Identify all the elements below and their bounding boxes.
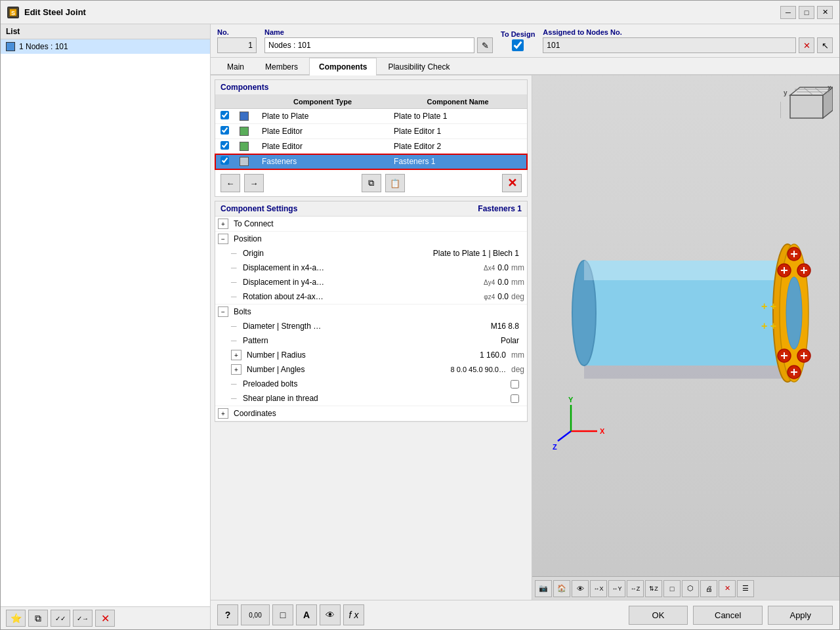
copy-item-button[interactable]: ⧉: [28, 610, 48, 627]
to-connect-row[interactable]: + To Connect: [215, 217, 527, 231]
copy-comp-button[interactable]: ⧉: [362, 174, 381, 192]
rotation-row: ─ Rotation about z4-ax… φz4 0.0 deg: [215, 289, 527, 304]
number-angles-row[interactable]: + Number | Angles 8 0.0 45.0 90.0… deg: [215, 362, 527, 377]
number-angles-unit: deg: [511, 365, 524, 374]
help-button[interactable]: ?: [217, 604, 238, 625]
to-design-checkbox[interactable]: [512, 39, 524, 51]
delete-item-button[interactable]: ✕: [95, 610, 115, 627]
edit-name-button[interactable]: ✎: [477, 37, 493, 53]
svg-text:x: x: [828, 84, 831, 91]
scene-3d: y x: [532, 75, 839, 576]
3d-scene-svg: + + + + X Y Z: [545, 169, 827, 484]
vp-btn-1[interactable]: 📷: [535, 580, 552, 597]
bolts-toggle[interactable]: −: [218, 306, 228, 317]
svg-text:Y: Y: [568, 396, 574, 404]
preloaded-checkbox[interactable]: [511, 380, 519, 388]
table-row[interactable]: Plate Editor Plate Editor 1: [215, 124, 527, 139]
vp-btn-5[interactable]: ↔Y: [608, 580, 625, 597]
row4-type: Fasteners: [257, 154, 388, 169]
disp-x-unit: mm: [511, 263, 524, 272]
table-row[interactable]: Plate to Plate Plate to Plate 1: [215, 109, 527, 124]
title-bar: S Edit Steel Joint ─ □ ✕: [1, 1, 839, 24]
ok-button[interactable]: OK: [629, 606, 688, 625]
number-radius-row[interactable]: + Number | Radius 1 160.0 mm: [215, 348, 527, 362]
settings-header: Component Settings Fasteners 1: [215, 201, 527, 217]
row1-checkbox[interactable]: [220, 111, 229, 119]
name-label: Name: [264, 28, 493, 36]
main-window: S Edit Steel Joint ─ □ ✕ List 1 Nodes : …: [0, 0, 840, 630]
vp-btn-2[interactable]: 🏠: [553, 580, 570, 597]
vp-btn-6[interactable]: ↔Z: [627, 580, 644, 597]
minimize-button[interactable]: ─: [780, 6, 796, 19]
pick-node-button[interactable]: ↖: [817, 37, 833, 53]
coordinates-group: + Coordinates: [215, 406, 527, 421]
check-check-button[interactable]: ✓✓: [51, 610, 70, 627]
square-button[interactable]: □: [272, 604, 293, 625]
svg-text:+ +: + +: [761, 301, 776, 312]
vp-btn-12[interactable]: ☰: [737, 580, 754, 597]
check-arrow-button[interactable]: ✓→: [73, 610, 93, 627]
number-radius-toggle[interactable]: +: [231, 350, 242, 360]
position-toggle[interactable]: −: [218, 234, 228, 244]
maximize-button[interactable]: □: [799, 6, 814, 19]
coordinates-row[interactable]: + Coordinates: [215, 406, 527, 421]
origin-row: ─ Origin Plate to Plate 1 | Blech 1: [215, 246, 527, 261]
svg-rect-16: [584, 366, 794, 379]
row4-checkbox[interactable]: [220, 156, 229, 165]
position-row[interactable]: − Position: [215, 232, 527, 246]
shear-plane-checkbox[interactable]: [511, 394, 519, 403]
vp-btn-4[interactable]: ↔X: [590, 580, 607, 597]
vp-btn-11[interactable]: ✕: [719, 580, 736, 597]
bottom-left: ? 0,00 □ A 👁 f x: [217, 604, 364, 625]
vp-btn-10[interactable]: 🖨: [700, 580, 717, 597]
svg-line-44: [558, 431, 571, 441]
settings-section: Component Settings Fasteners 1 + To Conn…: [215, 201, 528, 422]
row4-name: Fasteners 1: [388, 154, 527, 169]
cancel-button[interactable]: Cancel: [693, 606, 763, 625]
close-button[interactable]: ✕: [817, 6, 833, 19]
eye-button[interactable]: 👁: [320, 604, 341, 625]
move-right-button[interactable]: →: [244, 174, 264, 192]
svg-text:+ +: + +: [761, 320, 776, 331]
vp-btn-8[interactable]: □: [663, 580, 681, 597]
assigned-field[interactable]: [543, 37, 796, 53]
table-row[interactable]: Plate Editor Plate Editor 2: [215, 139, 527, 154]
number-angles-toggle[interactable]: +: [231, 364, 242, 375]
tab-plausibility[interactable]: Plausibility Check: [378, 58, 459, 75]
row2-checkbox[interactable]: [220, 126, 229, 135]
bolts-row[interactable]: − Bolts: [215, 304, 527, 319]
left-panel: List 1 Nodes : 101 ⭐ ⧉ ✓✓ ✓→ ✕: [1, 24, 211, 629]
apply-button[interactable]: Apply: [768, 606, 833, 625]
settings-title: Component Settings: [220, 204, 297, 213]
vp-btn-3[interactable]: 👁: [572, 580, 589, 597]
fx-button[interactable]: f x: [343, 604, 364, 625]
clear-assigned-button[interactable]: ✕: [799, 37, 814, 53]
delete-comp-button[interactable]: ✕: [502, 174, 522, 192]
preloaded-row: ─ Preloaded bolts: [215, 377, 527, 391]
disp-x-symbol: Δx4: [484, 264, 495, 272]
disp-y-value: 0.0: [497, 278, 509, 287]
table-row[interactable]: Fasteners Fasteners 1: [215, 154, 527, 169]
list-item[interactable]: 1 Nodes : 101: [1, 39, 210, 54]
add-item-button[interactable]: ⭐: [6, 610, 26, 627]
list-content: 1 Nodes : 101: [1, 39, 210, 606]
vp-btn-9[interactable]: ⬡: [682, 580, 699, 597]
rotation-label: Rotation about z4-ax…: [240, 292, 481, 301]
num-button[interactable]: 0,00: [241, 604, 270, 625]
tab-members[interactable]: Members: [255, 58, 308, 75]
vp-btn-7[interactable]: ⇅Z: [645, 580, 662, 597]
rotation-value: 0.0: [497, 292, 509, 301]
move-left-button[interactable]: ←: [220, 174, 240, 192]
tab-main[interactable]: Main: [217, 58, 254, 75]
coordinates-toggle[interactable]: +: [218, 408, 228, 419]
to-connect-toggle[interactable]: +: [218, 219, 228, 229]
tab-components[interactable]: Components: [309, 58, 377, 75]
cube-nav[interactable]: y x: [780, 82, 833, 135]
row3-checkbox[interactable]: [220, 141, 229, 150]
list-item-label: 1 Nodes : 101: [19, 42, 68, 51]
no-field[interactable]: [217, 37, 257, 53]
coordinates-label: Coordinates: [231, 409, 524, 418]
name-field[interactable]: [264, 37, 474, 53]
text-button[interactable]: A: [296, 604, 317, 625]
save-comp-button[interactable]: 📋: [385, 174, 405, 192]
